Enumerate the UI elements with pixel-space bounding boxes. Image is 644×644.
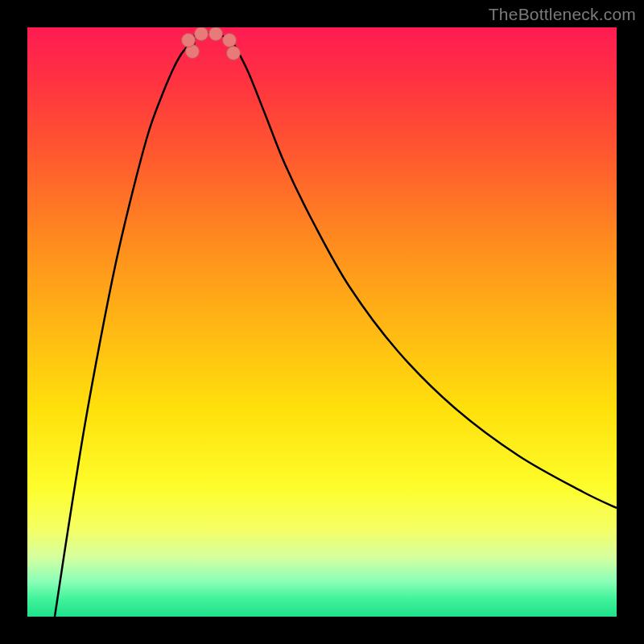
chart-svg [27, 27, 617, 617]
valley-point [182, 34, 196, 47]
chart-gradient-area [27, 27, 617, 617]
valley-point [227, 47, 241, 60]
right-curve [230, 39, 617, 508]
valley-point [209, 27, 223, 41]
watermark-text: TheBottleneck.com [489, 5, 636, 24]
valley-point [195, 27, 208, 41]
left-curve [55, 39, 195, 617]
valley-points [182, 27, 241, 60]
valley-point [223, 34, 237, 47]
